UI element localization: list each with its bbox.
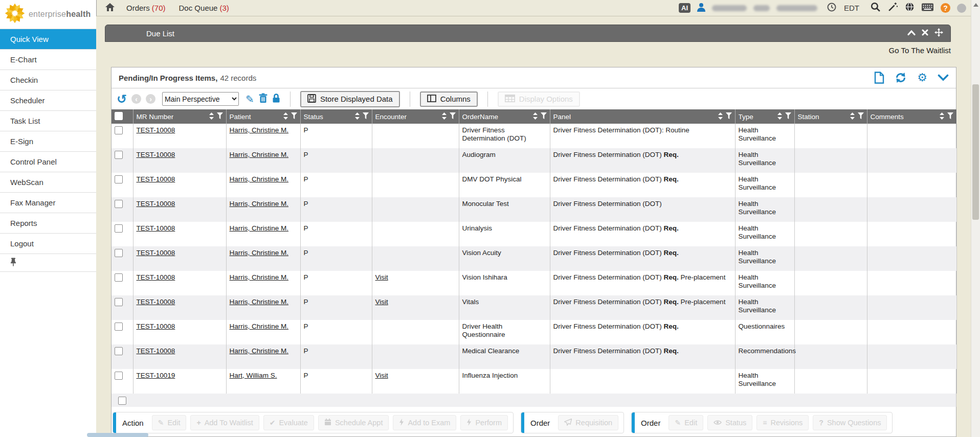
row-checkbox[interactable] xyxy=(115,273,123,282)
filter-icon[interactable] xyxy=(858,112,864,121)
patient-link[interactable]: Harris, Christine M. xyxy=(230,298,289,306)
status-circle-icon[interactable] xyxy=(957,4,966,13)
display-options-button[interactable]: Display Options xyxy=(498,91,580,107)
filter-icon[interactable] xyxy=(363,112,369,121)
columns-button[interactable]: Columns xyxy=(420,91,478,107)
filter-icon[interactable] xyxy=(291,112,297,121)
encounter-link[interactable]: Visit xyxy=(375,372,388,379)
settings-gear-icon[interactable]: ⚙ xyxy=(917,72,927,83)
mr-number-link[interactable]: TEST-10008 xyxy=(137,298,175,306)
patient-link[interactable]: Hart, William S. xyxy=(230,372,277,379)
filter-icon[interactable] xyxy=(450,112,456,121)
previous-perspective-icon[interactable]: ‹ xyxy=(131,94,141,104)
store-displayed-data-button[interactable]: Store Displayed Data xyxy=(300,91,400,107)
sort-icon[interactable] xyxy=(355,112,360,121)
magic-wand-icon[interactable] xyxy=(887,2,898,14)
add-to-exam-button[interactable]: Add to Exam xyxy=(393,415,456,430)
sort-icon[interactable] xyxy=(209,112,214,121)
patient-link[interactable]: Harris, Christine M. xyxy=(230,347,289,355)
patient-link[interactable]: Harris, Christine M. xyxy=(230,151,289,158)
patient-link[interactable]: Harris, Christine M. xyxy=(230,175,289,183)
row-checkbox[interactable] xyxy=(115,347,123,355)
sort-icon[interactable] xyxy=(283,112,288,121)
row-checkbox[interactable] xyxy=(115,126,123,134)
edit-perspective-icon[interactable]: ✎ xyxy=(246,94,254,104)
keyboard-icon[interactable] xyxy=(921,3,934,13)
mr-number-link[interactable]: TEST-10008 xyxy=(137,126,175,134)
mr-number-link[interactable]: TEST-10008 xyxy=(137,273,175,281)
evaluate-button[interactable]: ✔Evaluate xyxy=(263,415,314,430)
sidebar-item-e-chart[interactable]: E-Chart xyxy=(0,50,96,70)
horizontal-scrollbar-thumb[interactable] xyxy=(87,433,148,437)
patient-link[interactable]: Harris, Christine M. xyxy=(230,224,289,232)
show-questions-button[interactable]: ?Show Questions xyxy=(813,415,887,430)
close-panel-icon[interactable] xyxy=(922,29,928,38)
search-icon[interactable] xyxy=(870,2,881,14)
sort-icon[interactable] xyxy=(533,112,538,121)
filter-icon[interactable] xyxy=(947,112,953,121)
mr-number-link[interactable]: TEST-10008 xyxy=(137,224,175,232)
sort-icon[interactable] xyxy=(850,112,855,121)
nav-doc-queue[interactable]: Doc Queue(3) xyxy=(179,4,229,12)
undo-icon[interactable]: ↺ xyxy=(117,93,127,105)
row-checkbox[interactable] xyxy=(115,224,123,233)
requisition-button[interactable]: Requisition xyxy=(558,415,618,430)
add-to-waitlist-button[interactable]: +Add To Waitlist xyxy=(190,415,259,430)
next-perspective-icon[interactable]: › xyxy=(146,94,155,104)
sidebar-item-quick-view[interactable]: Quick View xyxy=(0,29,96,50)
sidebar-item-control-panel[interactable]: Control Panel xyxy=(0,152,96,172)
sidebar-item-e-sign[interactable]: E-Sign xyxy=(0,131,96,152)
filter-icon[interactable] xyxy=(785,112,791,121)
user-icon[interactable] xyxy=(697,3,705,14)
encounter-link[interactable]: Visit xyxy=(375,298,388,306)
help-icon[interactable]: ? xyxy=(941,3,950,13)
row-checkbox[interactable] xyxy=(115,151,123,159)
sidebar-item-reports[interactable]: Reports xyxy=(0,213,96,234)
order-edit-button[interactable]: ✎Edit xyxy=(669,415,703,430)
mr-number-link[interactable]: TEST-10008 xyxy=(137,323,175,330)
collapse-panel-icon[interactable] xyxy=(907,29,916,38)
sort-icon[interactable] xyxy=(940,112,944,121)
patient-link[interactable]: Harris, Christine M. xyxy=(230,273,289,281)
mr-number-link[interactable]: TEST-10008 xyxy=(137,175,175,183)
patient-link[interactable]: Harris, Christine M. xyxy=(230,249,289,257)
sidebar-pin-row[interactable] xyxy=(0,254,96,272)
refresh-icon[interactable] xyxy=(895,72,907,83)
order-status-button[interactable]: Status xyxy=(707,415,752,430)
patient-link[interactable]: Harris, Christine M. xyxy=(230,200,289,208)
row-checkbox[interactable] xyxy=(115,323,123,331)
chevron-down-icon[interactable] xyxy=(938,74,949,81)
select-all-checkbox[interactable] xyxy=(115,112,123,120)
row-checkbox[interactable] xyxy=(115,200,123,208)
mr-number-link[interactable]: TEST-10008 xyxy=(137,347,175,355)
scroll-up-arrow[interactable] xyxy=(973,3,978,7)
mr-number-link[interactable]: TEST-10008 xyxy=(137,200,175,208)
sort-icon[interactable] xyxy=(718,112,723,121)
edit-button[interactable]: ✎Edit xyxy=(152,415,187,430)
mr-number-link[interactable]: TEST-10008 xyxy=(137,249,175,257)
sort-icon[interactable] xyxy=(442,112,447,121)
go-to-waitlist-link[interactable]: Go To The Waitlist xyxy=(889,46,951,55)
ai-badge[interactable]: AI xyxy=(679,3,691,13)
home-icon[interactable] xyxy=(105,3,115,14)
encounter-link[interactable]: Visit xyxy=(375,273,388,281)
row-checkbox[interactable] xyxy=(118,397,126,405)
filter-icon[interactable] xyxy=(217,112,223,121)
mr-number-link[interactable]: TEST-10008 xyxy=(137,151,175,158)
patient-link[interactable]: Harris, Christine M. xyxy=(230,126,289,134)
sidebar-item-checkin[interactable]: Checkin xyxy=(0,70,96,90)
mr-number-link[interactable]: TEST-10019 xyxy=(137,372,175,379)
sidebar-item-logout[interactable]: Logout xyxy=(0,234,96,254)
globe-icon[interactable] xyxy=(905,2,915,14)
row-checkbox[interactable] xyxy=(115,298,123,306)
filter-icon[interactable] xyxy=(541,112,547,121)
delete-perspective-icon[interactable] xyxy=(259,93,268,105)
revisions-button[interactable]: ≡Revisions xyxy=(756,415,809,430)
filter-icon[interactable] xyxy=(726,112,732,121)
perspective-select[interactable]: Main Perspective xyxy=(162,92,239,106)
sidebar-item-scheduler[interactable]: Scheduler xyxy=(0,90,96,111)
patient-link[interactable]: Harris, Christine M. xyxy=(230,323,289,330)
sidebar-item-fax-manager[interactable]: Fax Manager xyxy=(0,193,96,213)
nav-orders[interactable]: Orders(70) xyxy=(126,4,166,12)
lock-perspective-icon[interactable] xyxy=(272,93,280,105)
